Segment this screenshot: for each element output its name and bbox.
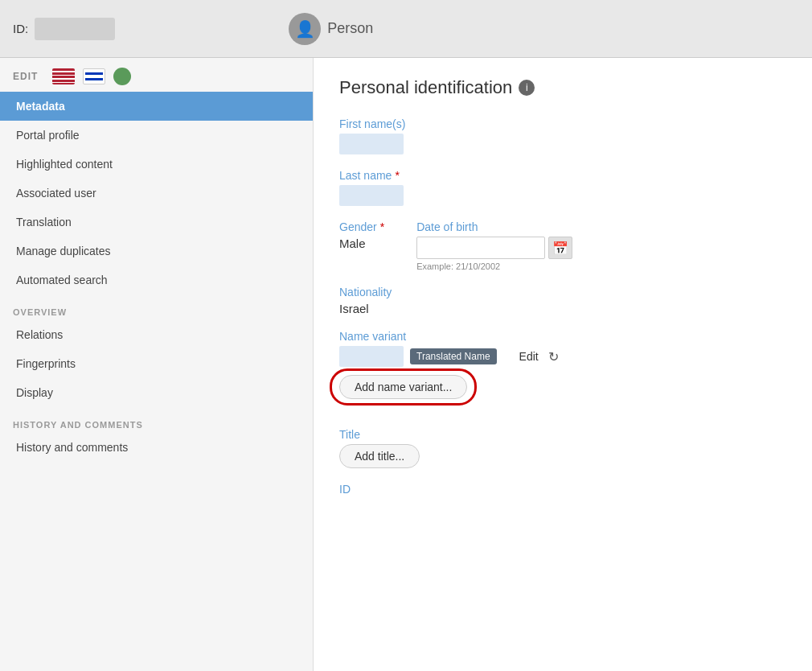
add-name-variant-wrapper: Add name variant... [339,375,467,399]
nationality-value: Israel [339,302,786,315]
sidebar: EDIT Metadata Portal profile Highlighted… [0,58,314,671]
gender-group: Gender * Male [339,220,384,250]
name-variant-row: Translated Name Edit ↻ [339,346,786,367]
gender-value: Male [339,237,384,250]
add-name-variant-button[interactable]: Add name variant... [339,375,467,399]
gender-required: * [380,220,384,233]
gender-dob-row: Gender * Male Date of birth 📅 Example: 2… [339,220,786,271]
content-area: Personal identification i First name(s) … [314,58,812,671]
green-dot-icon[interactable] [113,68,131,85]
dob-input[interactable] [416,237,545,259]
id-field-label: ID [339,483,786,496]
dob-example: Example: 21/10/2002 [416,261,572,271]
first-name-group: First name(s) [339,117,786,154]
person-icon: 👤 [289,13,321,45]
main-layout: EDIT Metadata Portal profile Highlighted… [0,58,812,671]
gender-label: Gender * [339,220,384,233]
overview-section-label: OVERVIEW [0,294,313,320]
sidebar-item-highlighted-content[interactable]: Highlighted content [0,150,313,179]
sidebar-item-automated-search[interactable]: Automated search [0,266,313,294]
history-section-label: HISTORY AND COMMENTS [0,407,313,433]
sidebar-item-display[interactable]: Display [0,378,313,407]
person-label: Person [327,20,373,37]
info-icon[interactable]: i [519,80,535,96]
sidebar-item-relations[interactable]: Relations [0,320,313,349]
sidebar-item-manage-duplicates[interactable]: Manage duplicates [0,237,313,266]
calendar-button[interactable]: 📅 [548,237,572,259]
person-section: 👤 Person [289,13,373,45]
flag-il-icon[interactable] [83,68,105,84]
sidebar-item-metadata[interactable]: Metadata [0,92,313,121]
last-name-group: Last name * [339,169,786,206]
last-name-required: * [395,169,399,182]
sidebar-item-history-and-comments[interactable]: History and comments [0,433,313,462]
refresh-icon[interactable]: ↻ [548,349,559,364]
name-variant-value-box [339,346,404,367]
page-title: Personal identification i [339,77,786,98]
nationality-label: Nationality [339,286,786,298]
last-name-label: Last name * [339,169,786,182]
name-variant-label: Name variant [339,330,786,343]
title-group: Title Add title... [339,428,786,468]
top-bar: ID: 👤 Person [0,0,812,58]
dob-label: Date of birth [416,220,572,233]
sidebar-item-fingerprints[interactable]: Fingerprints [0,349,313,378]
add-title-button[interactable]: Add title... [339,444,420,468]
first-name-label: First name(s) [339,117,786,130]
sidebar-edit-header: EDIT [0,58,313,92]
translated-name-badge: Translated Name [410,348,497,364]
edit-link[interactable]: Edit [519,350,539,363]
sidebar-item-associated-user[interactable]: Associated user [0,179,313,208]
edit-label: EDIT [13,71,38,82]
title-label: Title [339,428,786,441]
name-variant-group: Name variant Translated Name Edit ↻ Add … [339,330,786,414]
flag-us-icon[interactable] [52,68,75,84]
id-label: ID: [13,22,28,35]
dob-input-wrap: 📅 [416,237,572,259]
id-group: ID [339,483,786,496]
id-section: ID: [13,18,115,40]
sidebar-item-translation[interactable]: Translation [0,208,313,237]
dob-group: Date of birth 📅 Example: 21/10/2002 [416,220,572,271]
id-value-box [35,18,115,40]
sidebar-item-portal-profile[interactable]: Portal profile [0,121,313,150]
first-name-input[interactable] [339,134,404,154]
nationality-group: Nationality Israel [339,286,786,315]
last-name-input[interactable] [339,185,404,206]
